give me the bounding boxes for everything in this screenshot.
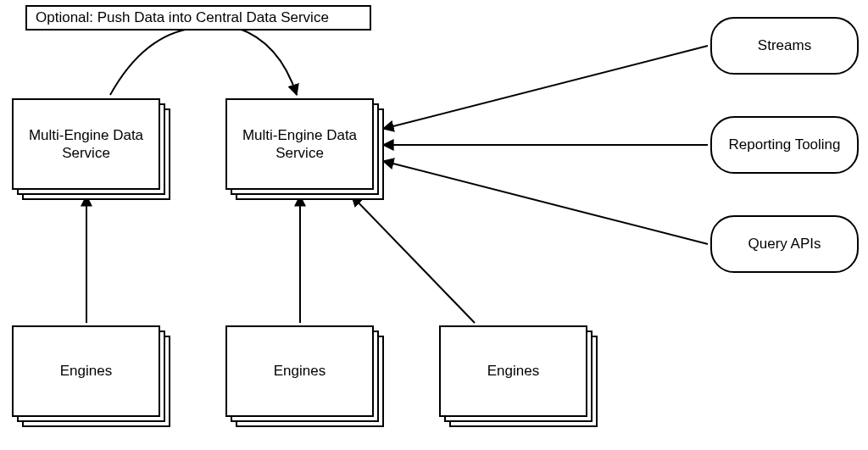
edge-streams-meds-right <box>383 46 708 129</box>
reporting-label: Reporting Tooling <box>729 136 841 153</box>
reporting-node: Reporting Tooling <box>710 116 859 174</box>
meds-right-node: Multi-Engine Data Service <box>225 98 374 190</box>
engines-2-node: Engines <box>225 325 374 417</box>
engines-3-node: Engines <box>439 325 587 417</box>
edge-meds-left-to-caption <box>110 28 195 95</box>
query-apis-node: Query APIs <box>710 215 859 273</box>
meds-right-label: Multi-Engine Data Service <box>234 126 365 163</box>
engines-3-label: Engines <box>487 362 539 380</box>
edge-engines3-meds-right <box>352 196 475 323</box>
meds-left-label: Multi-Engine Data Service <box>20 126 152 163</box>
edge-queryapis-meds-right <box>383 161 708 244</box>
edge-caption-to-meds-right <box>237 28 297 95</box>
engines-2-label: Engines <box>274 362 326 380</box>
streams-node: Streams <box>710 17 859 75</box>
engines-1-label: Engines <box>60 362 112 380</box>
query-apis-label: Query APIs <box>748 235 821 253</box>
meds-left-node: Multi-Engine Data Service <box>12 98 160 190</box>
streams-label: Streams <box>758 36 811 54</box>
engines-1-node: Engines <box>12 325 160 417</box>
diagram-caption: Optional: Push Data into Central Data Se… <box>25 5 371 31</box>
